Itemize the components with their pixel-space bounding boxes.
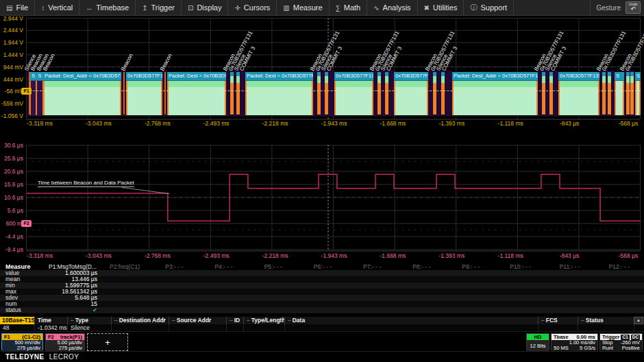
decode-col-time[interactable]: Time: [34, 317, 67, 324]
decode-packet-label: S: [615, 72, 624, 81]
decode-col-status[interactable]: Status: [578, 317, 634, 324]
beacon-stripe: [230, 72, 234, 114]
measure-col-p4[interactable]: P4:- - -: [199, 263, 248, 270]
menu-item-analysis[interactable]: ∿Analysis: [367, 0, 417, 15]
decode-row-cell: [243, 324, 284, 331]
measure-col-p6[interactable]: P6:- - -: [298, 263, 347, 270]
decode-protocol-badge[interactable]: 10Base-T1S: [0, 317, 34, 324]
beacon-stripe: [542, 72, 545, 114]
decode-col-source-addr[interactable]: Source Addr: [169, 317, 226, 324]
timebase-body: 1.00 ms/div 50 MS 5 GS/s: [552, 340, 597, 351]
menu-item-file[interactable]: ▤File: [0, 0, 35, 15]
menu-item-utilities[interactable]: ✖Utilities: [418, 0, 465, 15]
decode-row-cell: [538, 324, 578, 331]
packet-body-highlight: [395, 81, 427, 87]
measure-col-p3[interactable]: P3:- - -: [149, 263, 199, 270]
decode-row-time: -1.0342 ms: [34, 324, 67, 331]
trigger-descriptor[interactable]: Trigger C1 DC Stop -260 mV Runt Positive: [599, 333, 643, 350]
decode-packet[interactable]: Packet: Dest_Addr = 0x70B3D577F130S: [452, 72, 538, 115]
decode-col-data[interactable]: Data: [284, 317, 538, 324]
decode-col-fcs[interactable]: FCS: [538, 317, 578, 324]
measure-col-p2[interactable]: P2:freq(C1): [100, 263, 149, 270]
vertical-icon: ↕: [41, 4, 45, 12]
decode-col-destination-addr[interactable]: Destination Addr: [111, 317, 169, 324]
measure-row-max: max19.561342 µs: [0, 289, 644, 295]
decode-packet[interactable]: Packet: Dest_Addr = 0x70B3D577F130S: [43, 72, 121, 115]
measure-col-p12[interactable]: P12:- - -: [595, 263, 644, 270]
decode-packet[interactable]: Packet: Dest = 0x70B3D577F139: [245, 72, 313, 115]
measure-col-p1[interactable]: P1:MsgToMsg(D...: [45, 263, 100, 270]
decode-silence-label: S: [30, 72, 36, 81]
measure-value-p1: 1.600003 µs: [45, 270, 100, 276]
menu-item-trigger[interactable]: ↥Trigger: [136, 0, 182, 15]
timebase-descriptor[interactable]: Tbase 0.00 ms 1.00 ms/div 50 MS 5 GS/s: [551, 333, 598, 350]
decode-beacon-cluster: [226, 71, 245, 116]
decode-beacon-cluster: [373, 71, 394, 116]
decode-col-type[interactable]: Type: [67, 317, 111, 324]
decode-row-cell: [284, 324, 538, 331]
measure-row-min: min1.599775 µs: [0, 282, 644, 289]
timebase-name: Tbase: [554, 334, 569, 340]
menu-item-math[interactable]: ∑Math: [330, 0, 368, 15]
decode-row-index: 48: [0, 324, 34, 331]
decode-packet-label: 0x70B3D577F130S: [394, 72, 428, 81]
packet-body-highlight: [247, 81, 312, 87]
trigger-slope: Positive: [622, 346, 640, 351]
f2-descriptor[interactable]: F2 track(P1) 5.00 µs/div 275 µs/div: [45, 333, 85, 350]
menu-item-display[interactable]: ⊡Display: [182, 0, 228, 15]
decode-col-type-length[interactable]: Type/Length: [243, 317, 284, 324]
measure-col-p5[interactable]: P5:- - -: [249, 263, 298, 270]
packet-body-highlight: [127, 81, 161, 87]
measure-row-mean: mean13.446 µs: [0, 276, 644, 282]
decode-packet[interactable]: S: [615, 72, 624, 115]
measure-row-label: num: [0, 301, 45, 307]
menu-item-measure[interactable]: ▥Measure: [277, 0, 329, 15]
menubar-right: Gesture Undo ↶: [590, 0, 644, 15]
menu-item-timebase[interactable]: ↔Timebase: [79, 0, 136, 15]
menu-item-label: Cursors: [244, 3, 271, 12]
decode-row-cell: [169, 324, 226, 331]
menu-item-label: Vertical: [48, 3, 73, 12]
beacon-stripe: [608, 72, 611, 114]
decode-packet[interactable]: 0x70B3D577F130S: [126, 72, 162, 115]
f2-tdiv: 275 µs/div: [59, 346, 82, 351]
decode-packet[interactable]: 0x70B3D577F130S: [334, 72, 373, 115]
hd-bits: 12 Bits: [530, 343, 546, 349]
f2-level-badge[interactable]: F2: [21, 220, 32, 227]
menu-item-vertical[interactable]: ↕Vertical: [35, 0, 79, 15]
menu-item-label: Utilities: [433, 3, 457, 12]
f1-descriptor-body: 500 mV/div 275 µs/div: [2, 340, 42, 351]
decode-packet[interactable]: 0x70B3D577F13S: [558, 72, 599, 115]
menu-item-support[interactable]: ⓘSupport: [464, 0, 514, 15]
f1-descriptor[interactable]: F1 (C1-C2) 500 mV/div 275 µs/div: [1, 333, 43, 350]
measure-col-p7[interactable]: P7:- - -: [347, 263, 397, 270]
measure-row-sdev: sdev5.648 µs: [0, 295, 644, 301]
measure-col-p10[interactable]: P10:- - -: [495, 263, 545, 270]
decode-silence-label: S: [36, 72, 43, 81]
scroll-up-button[interactable]: ▲: [634, 317, 643, 324]
measure-row-num: num15: [0, 301, 644, 307]
beacon-stripe: [630, 72, 634, 114]
decode-packet[interactable]: S: [635, 72, 641, 115]
measure-col-p9[interactable]: P9:- - -: [446, 263, 495, 270]
measure-col-p11[interactable]: P11:- - -: [545, 263, 595, 270]
decode-packet[interactable]: 0x70B3D577F130S: [394, 72, 428, 115]
decode-packet-label: 0x70B3D577F130S: [126, 72, 162, 81]
timebase-rate: 5 GS/s: [580, 346, 595, 351]
decode-table-header: 10Base-T1STimeTypeDestination AddrSource…: [0, 317, 644, 324]
decode-packet-label: Packet: Dest_Addr = 0x70B3D577F130S: [43, 72, 121, 81]
menu-item-label: Support: [480, 3, 507, 12]
measure-value-p1: 19.561342 µs: [45, 289, 100, 295]
decode-table-row[interactable]: 48-1.0342 msSilence: [0, 324, 644, 332]
f1-level-badge[interactable]: F1: [21, 88, 32, 95]
decode-packet[interactable]: Packet: Dest = 0x70B3D577F139: [167, 72, 226, 115]
cursors-icon: ✛: [234, 4, 240, 12]
measure-row-label: status: [0, 307, 45, 313]
menu-item-cursors[interactable]: ✛Cursors: [228, 0, 277, 15]
add-trace-button[interactable]: +: [87, 333, 128, 351]
undo-button[interactable]: Undo ↶: [626, 1, 641, 14]
hd-mode-descriptor[interactable]: HD 12 Bits: [526, 333, 549, 350]
decode-col-id[interactable]: ID: [226, 317, 243, 324]
track-annotation: Time between Beacon and Data Packet: [38, 180, 134, 187]
measure-col-p8[interactable]: P8:- - -: [397, 263, 446, 270]
